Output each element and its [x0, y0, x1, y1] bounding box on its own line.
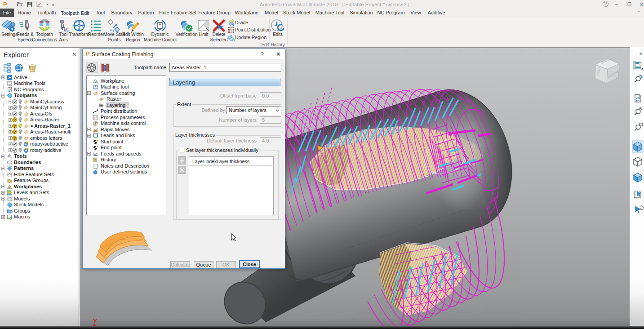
- svg-text:Update Region: Update Region: [235, 35, 266, 40]
- svg-text:!?: !?: [94, 116, 97, 120]
- svg-text:?: ?: [13, 118, 16, 122]
- svg-text:Point Distribution: Point Distribution: [235, 27, 271, 32]
- svg-text:Divide: Divide: [235, 20, 248, 25]
- svg-text:Y: Y: [93, 318, 97, 325]
- svg-text:4: 4: [326, 114, 329, 120]
- svg-text:4: 4: [362, 109, 365, 114]
- svg-text:4: 4: [350, 111, 353, 116]
- svg-text:P: P: [3, 1, 7, 8]
- svg-text:4: 4: [338, 112, 341, 118]
- svg-text:?: ?: [96, 169, 98, 172]
- svg-text:?: ?: [13, 124, 16, 128]
- svg-text:?: ?: [13, 130, 16, 134]
- svg-text:?: ?: [13, 136, 16, 140]
